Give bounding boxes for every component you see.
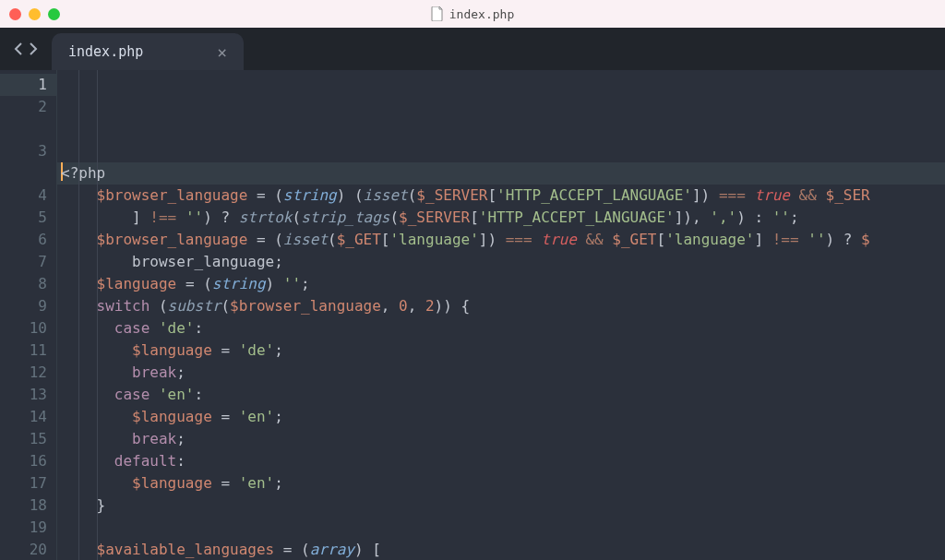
token: isset — [283, 231, 328, 248]
token: case — [114, 319, 150, 337]
zoom-window-button[interactable] — [48, 8, 60, 20]
line-number-gutter: 123456789101112131415161718192021 — [0, 70, 57, 560]
token: : — [754, 209, 763, 226]
token — [532, 231, 542, 248]
token: ; — [301, 275, 310, 292]
code-area[interactable]: <?php $browser_language = (string) (isse… — [57, 70, 945, 560]
line-number: 4 — [0, 185, 47, 207]
token — [577, 231, 586, 248]
code-line: $language = 'de'; — [61, 340, 945, 362]
token: true — [754, 186, 790, 204]
line-number: 17 — [0, 472, 47, 494]
close-window-button[interactable] — [9, 8, 21, 20]
token: ( — [266, 231, 283, 248]
token — [176, 209, 185, 226]
token: = — [221, 474, 230, 492]
token: true — [541, 231, 577, 248]
nav-back-icon[interactable] — [13, 42, 24, 55]
token — [61, 341, 132, 359]
token — [150, 319, 159, 337]
window-titlebar: index.php — [0, 0, 945, 28]
token: , — [408, 297, 425, 315]
token: string — [283, 186, 337, 204]
token: )) { — [435, 297, 471, 315]
token: string — [212, 275, 266, 292]
code-line: case 'en': — [61, 384, 945, 406]
token: : — [195, 319, 204, 337]
nav-forward-icon[interactable] — [28, 42, 39, 55]
line-number: 9 — [0, 295, 47, 317]
editor: 123456789101112131415161718192021 <?php … — [0, 70, 945, 560]
token: $language — [132, 474, 212, 492]
code-line: switch (substr($browser_language, 0, 2))… — [61, 295, 945, 317]
code-line: $language = 'en'; — [61, 406, 945, 428]
token: ( — [266, 186, 283, 204]
token — [817, 186, 826, 204]
token: ] — [61, 209, 150, 226]
line-number: 20 — [0, 539, 47, 560]
token — [61, 541, 97, 558]
token — [852, 231, 861, 248]
token — [746, 186, 755, 204]
minimize-window-button[interactable] — [29, 8, 41, 20]
token — [61, 231, 97, 248]
line-number: 18 — [0, 494, 47, 517]
token: ; — [274, 341, 283, 359]
code-line: $browser_language = (isset($_GET['langua… — [61, 229, 945, 251]
token — [61, 430, 132, 447]
token: ( — [292, 541, 309, 558]
token: = — [257, 186, 266, 204]
line-number: 13 — [0, 384, 47, 406]
token: ; — [176, 430, 185, 447]
token — [61, 474, 132, 492]
token: '' — [772, 209, 790, 226]
token: !== — [772, 231, 799, 248]
code-line: ] !== '') ? strtok(strip_tags($_SERVER['… — [61, 207, 945, 229]
code-line: case 'de': — [61, 317, 945, 340]
code-line: $available_languages = (array) [ — [61, 539, 945, 560]
token — [61, 297, 97, 315]
token: isset — [364, 186, 408, 204]
token: array — [310, 541, 354, 558]
token: === — [506, 231, 532, 248]
token: $language — [132, 341, 212, 359]
token: ( — [292, 209, 301, 226]
token: ( — [150, 297, 167, 315]
token — [212, 474, 221, 492]
token: [ — [487, 186, 496, 204]
token: 'en' — [239, 408, 275, 425]
close-tab-icon[interactable]: × — [217, 42, 227, 62]
token: ] — [754, 231, 772, 248]
token: <?php — [61, 164, 105, 182]
line-number: 11 — [0, 340, 47, 362]
line-number: 7 — [0, 251, 47, 273]
token: ) — [826, 231, 843, 248]
token: 'HTTP_ACCEPT_LANGUAGE' — [496, 186, 692, 204]
line-number: 19 — [0, 517, 47, 539]
token: ]) — [479, 231, 506, 248]
token: ; — [176, 363, 185, 381]
code-line: <?php — [61, 162, 945, 185]
token: 0 — [399, 297, 408, 315]
token: = — [257, 231, 266, 248]
token: , — [381, 297, 399, 315]
token: '' — [283, 275, 301, 292]
code-line: } — [61, 494, 945, 517]
tab-index-php[interactable]: index.php × — [52, 33, 244, 70]
token: $_GET — [612, 231, 656, 248]
token: ]), — [675, 209, 711, 226]
token: ',' — [710, 209, 736, 226]
token: '' — [807, 231, 825, 248]
token — [150, 386, 159, 403]
token: $available_languages — [97, 541, 275, 558]
token: break — [132, 430, 176, 447]
token: 'en' — [159, 386, 195, 403]
token: ) — [266, 275, 283, 292]
token — [212, 341, 221, 359]
token — [230, 341, 239, 359]
token: 2 — [425, 297, 435, 315]
token: ) [ — [354, 541, 381, 558]
token: ( — [221, 297, 230, 315]
token — [61, 408, 132, 425]
token: && — [799, 186, 817, 204]
